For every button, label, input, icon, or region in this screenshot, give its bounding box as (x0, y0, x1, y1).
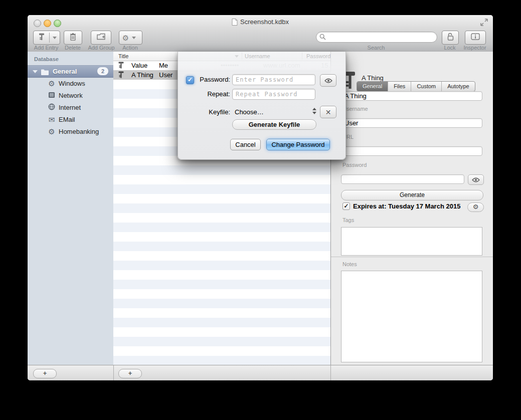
toolbar: Screenshot.kdbx Add Entry Delete Add Gro… (28, 15, 493, 52)
lock-button[interactable] (442, 31, 459, 45)
table-row-empty (113, 261, 330, 270)
tab-general[interactable]: General (357, 82, 388, 91)
eye-icon (324, 78, 332, 83)
notes-field[interactable] (341, 271, 482, 362)
keyfile-popup[interactable]: Choose… (235, 107, 264, 118)
window-title-bar: Screenshot.kdbx (28, 18, 493, 27)
gear-icon: ⚙ (473, 203, 479, 211)
fullscreen-icon[interactable] (480, 19, 488, 26)
table-row-empty (113, 251, 330, 261)
sidebar-item-homebanking[interactable]: ⚙ Homebanking (28, 126, 113, 138)
table-row-empty (113, 289, 330, 299)
repeat-input[interactable] (232, 89, 315, 100)
repeat-label: Repeat: (185, 89, 230, 100)
table-row-empty (113, 165, 330, 175)
sidebar-item-label: Homebanking (59, 126, 99, 138)
title-field[interactable] (341, 91, 482, 101)
show-password-button[interactable] (320, 74, 336, 87)
add-group-label: Add Group (84, 45, 119, 51)
add-entry-footer-button[interactable]: + (118, 369, 142, 378)
add-entry-button[interactable] (33, 31, 60, 45)
table-row-empty (113, 223, 330, 232)
column-header-title[interactable]: Title (118, 52, 128, 61)
tab-files[interactable]: Files (388, 82, 411, 91)
keyfile-stepper-icon[interactable] (312, 108, 316, 114)
split-divider (49, 33, 50, 43)
add-group-button[interactable] (91, 31, 111, 45)
footer-bar: + + (28, 365, 493, 380)
keyfile-label: Keyfile: (185, 107, 230, 118)
cell-username: User (159, 70, 172, 80)
sidebar-item-network[interactable]: Network (28, 90, 113, 102)
table-row-empty (113, 280, 330, 289)
key-icon (118, 71, 124, 81)
table-row-empty (113, 337, 330, 346)
cancel-button[interactable]: Cancel (230, 139, 261, 150)
expires-row: ✓ Expires at: Tuesday 17 March 2015 (342, 202, 460, 210)
chevron-down-icon (53, 37, 57, 39)
change-password-button[interactable]: Change Password (266, 139, 330, 150)
password-input[interactable] (232, 74, 315, 85)
expires-settings-button[interactable]: ⚙ (467, 202, 484, 212)
username-field[interactable] (341, 118, 482, 128)
clear-keyfile-button[interactable]: ✕ (320, 106, 336, 118)
sidebar-item-label: Network (59, 90, 83, 102)
tab-autotype[interactable]: Autotype (442, 82, 474, 91)
sidebar-section-database: Database (34, 56, 59, 62)
inspector-panel: A Thing General Files Custom Autotype Us… (330, 52, 493, 365)
change-password-sheet: ✓ Password: Repeat: Keyfile: Choose… ✕ G… (178, 52, 346, 160)
password-field[interactable] (341, 174, 464, 184)
sidebar-item-email[interactable]: ✉ EMail (28, 114, 113, 126)
gear-icon: ⚙ (47, 126, 56, 138)
table-row-empty (113, 184, 330, 194)
sidebar-item-internet[interactable]: Internet (28, 102, 113, 114)
show-password-button[interactable] (468, 174, 484, 185)
server-icon (47, 90, 56, 102)
expires-label: Expires at: Tuesday 17 March 2015 (353, 202, 460, 210)
cell-title: A Thing (131, 70, 153, 80)
document-icon (232, 19, 238, 28)
chevron-down-icon (132, 37, 136, 39)
folder-plus-icon (97, 33, 105, 42)
username-label: Username (342, 106, 368, 112)
key-icon (34, 33, 49, 43)
info-icon (471, 33, 480, 42)
table-row-empty (113, 356, 330, 365)
generate-keyfile-button[interactable]: Generate Keyfile (232, 119, 316, 130)
notes-label: Notes (342, 261, 357, 267)
app-window: Screenshot.kdbx Add Entry Delete Add Gro… (28, 15, 493, 380)
table-row-empty (113, 242, 330, 251)
url-field[interactable] (341, 146, 482, 156)
inspector-button[interactable] (465, 31, 486, 45)
sidebar-item-windows[interactable]: ⚙ Windows (28, 78, 113, 90)
tags-field[interactable] (341, 227, 482, 256)
sidebar-group-general[interactable]: General 2 (28, 65, 113, 78)
table-row-empty (113, 232, 330, 242)
search-field-wrap (316, 32, 437, 43)
table-row-empty (113, 270, 330, 280)
tab-custom[interactable]: Custom (411, 82, 442, 91)
table-row-empty (113, 327, 330, 337)
cell-username: Me (159, 61, 168, 70)
disclosure-triangle-icon[interactable] (33, 70, 38, 73)
expires-checkbox[interactable]: ✓ (342, 202, 350, 210)
delete-button[interactable] (64, 31, 82, 45)
close-x-icon: ✕ (325, 108, 331, 116)
add-group-footer-button[interactable]: + (33, 369, 57, 378)
table-row-empty (113, 346, 330, 356)
envelope-icon: ✉ (47, 114, 56, 126)
search-label: Search (316, 45, 436, 51)
gear-icon: ⚙ (47, 78, 56, 90)
search-input[interactable] (327, 33, 435, 42)
password-label: Password (342, 162, 367, 168)
unlock-icon (447, 33, 454, 43)
count-badge: 2 (97, 67, 108, 75)
table-row-empty (113, 299, 330, 308)
cell-title: Value (131, 61, 147, 70)
key-icon (344, 71, 356, 91)
action-button[interactable]: ⚙ (119, 31, 142, 45)
generate-password-button[interactable]: Generate (341, 190, 483, 200)
eye-icon (472, 177, 480, 182)
table-row-empty (113, 194, 330, 203)
sidebar-item-label: Internet (59, 102, 81, 114)
